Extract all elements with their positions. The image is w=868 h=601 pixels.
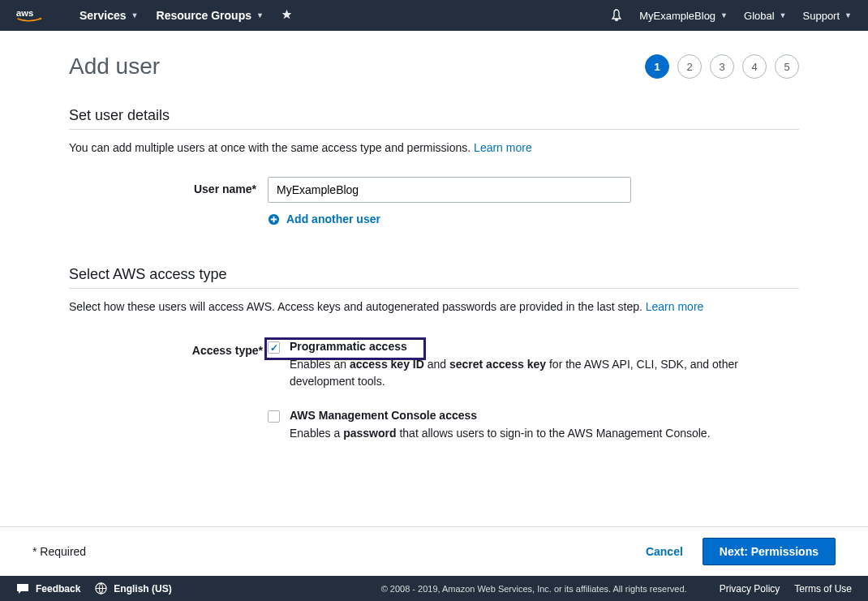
checkbox-console-access[interactable] xyxy=(268,410,280,423)
step-4[interactable]: 4 xyxy=(742,54,767,79)
nav-support[interactable]: Support ▼ xyxy=(803,10,852,22)
nav-region-label: Global xyxy=(744,10,775,22)
access-type-row: Access type* Programmatic access Enables… xyxy=(69,336,799,457)
nav-account[interactable]: MyExampleBlog ▼ xyxy=(639,10,728,22)
chevron-down-icon: ▼ xyxy=(256,11,264,19)
svg-text:aws: aws xyxy=(16,8,33,18)
section-user-details-desc-text: You can add multiple users at once with … xyxy=(69,141,474,154)
chevron-down-icon: ▼ xyxy=(720,11,728,19)
nav-resource-groups[interactable]: Resource Groups ▼ xyxy=(157,9,264,22)
main-content: Add user 1 2 3 4 5 Set user details You … xyxy=(37,31,831,497)
chevron-down-icon: ▼ xyxy=(844,11,852,19)
section-user-details-desc: You can add multiple users at once with … xyxy=(69,141,799,154)
nav-services[interactable]: Services ▼ xyxy=(79,9,139,22)
access-option-programmatic: Programmatic access Enables an access ke… xyxy=(268,336,799,405)
checkbox-programmatic-access[interactable] xyxy=(268,341,280,354)
step-3[interactable]: 3 xyxy=(710,54,734,79)
nav-support-label: Support xyxy=(803,10,840,22)
step-2[interactable]: 2 xyxy=(677,54,702,79)
notifications-icon[interactable] xyxy=(610,9,623,22)
step-1[interactable]: 1 xyxy=(645,54,669,79)
plus-circle-icon xyxy=(268,213,280,225)
username-row: User name* xyxy=(69,177,799,203)
step-5[interactable]: 5 xyxy=(775,54,799,79)
access-option-desc-1: Enables an access key ID and secret acce… xyxy=(290,356,744,390)
nav-region[interactable]: Global ▼ xyxy=(744,10,787,22)
nav-services-label: Services xyxy=(79,9,127,22)
wizard-steps: 1 2 3 4 5 xyxy=(645,54,799,79)
access-type-label: Access type* xyxy=(69,336,268,357)
chevron-down-icon: ▼ xyxy=(131,11,139,19)
aws-logo[interactable]: aws xyxy=(16,7,55,24)
pin-icon[interactable] xyxy=(281,9,292,22)
page-header: Add user 1 2 3 4 5 xyxy=(69,54,799,79)
access-option-title-1: Programmatic access xyxy=(290,340,799,353)
section-access-type-title: Select AWS access type xyxy=(69,266,799,289)
username-input[interactable] xyxy=(268,177,631,203)
access-option-console: AWS Management Console access Enables a … xyxy=(268,405,799,457)
access-option-title-2: AWS Management Console access xyxy=(290,409,799,422)
section-user-details-title: Set user details xyxy=(69,107,799,130)
learn-more-link[interactable]: Learn more xyxy=(474,141,532,154)
add-another-user-label: Add another user xyxy=(286,212,380,225)
section-access-type-desc-text: Select how these users will access AWS. … xyxy=(69,300,646,313)
top-nav: aws Services ▼ Resource Groups ▼ MyExamp… xyxy=(0,0,868,31)
nav-account-label: MyExampleBlog xyxy=(639,10,715,22)
access-type-options: Programmatic access Enables an access ke… xyxy=(268,336,799,457)
access-option-desc-2: Enables a password that allows users to … xyxy=(290,425,744,442)
nav-resource-groups-label: Resource Groups xyxy=(157,9,251,22)
username-label: User name* xyxy=(69,177,268,195)
page-title: Add user xyxy=(69,54,160,79)
learn-more-link-2[interactable]: Learn more xyxy=(646,300,704,313)
section-access-type-desc: Select how these users will access AWS. … xyxy=(69,300,799,313)
chevron-down-icon: ▼ xyxy=(780,11,787,19)
add-another-user-button[interactable]: Add another user xyxy=(268,212,799,225)
